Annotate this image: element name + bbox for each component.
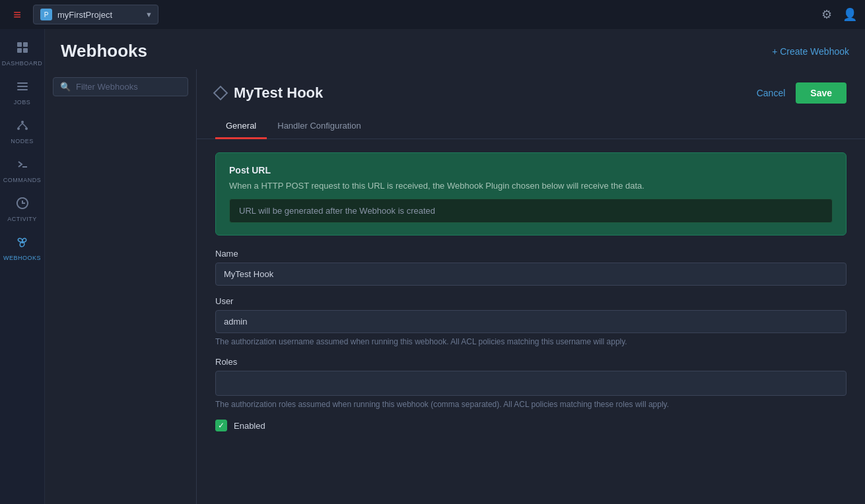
commands-icon <box>16 158 29 174</box>
webhook-list-panel: 🔍 <box>45 69 197 504</box>
user-field-group: User The authorization username assumed … <box>215 296 847 346</box>
tab-general[interactable]: General <box>215 114 267 139</box>
roles-field-group: Roles The authorization roles assumed wh… <box>215 357 847 409</box>
webhook-name-title: MyTest Hook <box>234 84 323 102</box>
search-icon: 🔍 <box>60 82 71 92</box>
sidebar: DASHBOARD JOBS N <box>0 29 45 504</box>
project-icon: P <box>40 9 52 20</box>
sidebar-label-nodes: NODES <box>11 138 34 144</box>
settings-icon[interactable]: ⚙ <box>821 7 832 22</box>
name-input[interactable] <box>215 263 847 286</box>
detail-header: MyTest Hook Cancel Save <box>197 69 865 104</box>
sidebar-item-dashboard[interactable]: DASHBOARD <box>0 34 44 73</box>
detail-actions: Cancel Save <box>757 82 847 104</box>
nodes-icon <box>16 119 29 135</box>
sidebar-item-jobs[interactable]: JOBS <box>0 73 44 112</box>
activity-icon <box>16 197 29 213</box>
roles-input[interactable] <box>215 371 847 396</box>
svg-rect-5 <box>17 86 28 87</box>
logo-icon: ≡ <box>8 5 26 24</box>
sidebar-label-jobs: JOBS <box>14 99 31 106</box>
svg-line-11 <box>22 123 26 127</box>
svg-rect-0 <box>17 42 22 47</box>
sidebar-item-activity[interactable]: ACTIVITY <box>0 190 44 229</box>
page-header: Webhooks + Create Webhook <box>45 29 865 69</box>
post-url-title: Post URL <box>229 165 833 175</box>
svg-point-8 <box>17 127 20 130</box>
url-display: URL will be generated after the Webhook … <box>229 199 833 223</box>
name-field-group: Name <box>215 249 847 286</box>
svg-point-9 <box>25 127 28 130</box>
tabs: General Handler Configuration <box>197 114 865 139</box>
jobs-icon <box>16 80 29 96</box>
sidebar-label-dashboard: DASHBOARD <box>2 60 43 67</box>
cancel-button[interactable]: Cancel <box>757 88 786 98</box>
svg-rect-3 <box>23 48 28 53</box>
svg-line-10 <box>18 123 22 127</box>
page-title: Webhooks <box>61 41 147 61</box>
svg-point-7 <box>21 121 24 123</box>
name-label: Name <box>215 249 847 259</box>
sidebar-item-webhooks[interactable]: WEBHOOKS <box>0 229 44 268</box>
enabled-label: Enabled <box>234 421 265 431</box>
webhooks-icon <box>16 236 29 252</box>
post-url-section: Post URL When a HTTP POST request to thi… <box>215 152 847 236</box>
search-box: 🔍 <box>53 77 188 96</box>
dashboard-icon <box>16 41 29 57</box>
create-webhook-button[interactable]: + Create Webhook <box>772 46 849 57</box>
project-selector[interactable]: P myFirstProject ▼ <box>33 5 158 24</box>
sidebar-item-commands[interactable]: COMMANDS <box>0 151 44 190</box>
sidebar-label-commands: COMMANDS <box>3 177 42 183</box>
sidebar-label-activity: ACTIVITY <box>7 216 37 222</box>
sidebar-item-nodes[interactable]: NODES <box>0 112 44 151</box>
svg-rect-1 <box>23 42 28 47</box>
save-button[interactable]: Save <box>796 82 847 104</box>
topbar: ≡ P myFirstProject ▼ ⚙ 👤 <box>0 0 865 29</box>
tab-handler-configuration[interactable]: Handler Configuration <box>267 114 371 139</box>
user-hint: The authorization username assumed when … <box>215 337 847 346</box>
roles-label: Roles <box>215 357 847 367</box>
svg-point-13 <box>21 241 24 243</box>
sidebar-label-webhooks: WEBHOOKS <box>3 255 41 261</box>
detail-panel: MyTest Hook Cancel Save General Handler … <box>197 69 865 504</box>
enabled-checkbox[interactable]: ✓ <box>215 420 227 431</box>
webhook-title: MyTest Hook <box>215 84 323 102</box>
form-content: Post URL When a HTTP POST request to thi… <box>197 139 865 445</box>
webhooks-layout: 🔍 MyTest Hook Cancel Save <box>45 69 865 504</box>
content-area: Webhooks + Create Webhook 🔍 MyTest Hook <box>45 29 865 504</box>
diamond-icon <box>213 86 228 101</box>
svg-rect-4 <box>17 82 28 84</box>
enabled-checkbox-row: ✓ Enabled <box>215 420 847 431</box>
chevron-down-icon: ▼ <box>145 11 153 18</box>
topbar-left: ≡ P myFirstProject ▼ <box>8 5 158 24</box>
project-name: myFirstProject <box>57 10 112 20</box>
user-label: User <box>215 296 847 306</box>
search-input[interactable] <box>76 82 181 92</box>
user-icon[interactable]: 👤 <box>843 7 857 22</box>
checkmark-icon: ✓ <box>218 421 225 430</box>
roles-hint: The authorization roles assumed when run… <box>215 400 847 409</box>
svg-rect-2 <box>17 48 22 53</box>
user-input[interactable] <box>215 310 847 333</box>
main-layout: DASHBOARD JOBS N <box>0 29 865 504</box>
svg-rect-6 <box>17 89 28 90</box>
post-url-description: When a HTTP POST request to this URL is … <box>229 181 833 191</box>
topbar-right: ⚙ 👤 <box>821 7 857 22</box>
